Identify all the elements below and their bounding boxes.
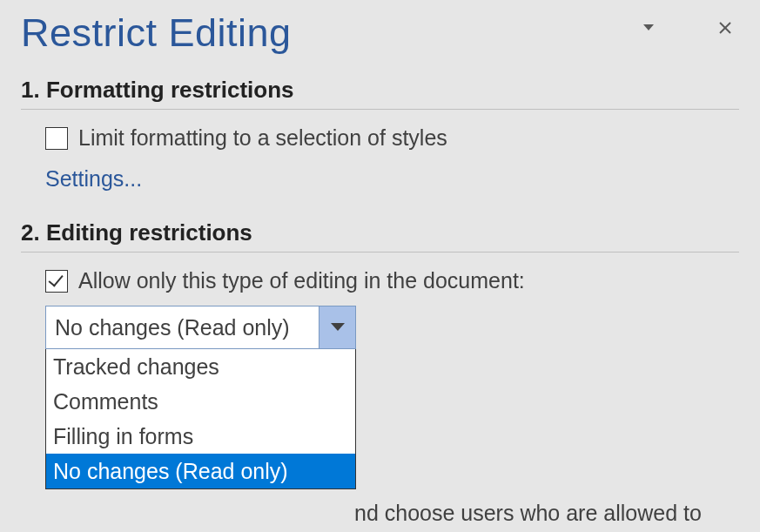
editing-type-dropdown: Tracked changes Comments Filling in form… xyxy=(45,349,356,489)
editing-type-combo[interactable]: No changes (Read only) Tracked changes C… xyxy=(45,306,356,489)
close-icon[interactable] xyxy=(715,17,736,38)
section-editing-heading: 2. Editing restrictions xyxy=(21,219,739,253)
exceptions-hint-fragment: nd choose users who are allowed to xyxy=(354,501,702,526)
limit-formatting-label: Limit formatting to a selection of style… xyxy=(78,125,447,151)
svg-marker-3 xyxy=(331,323,345,331)
section-formatting-heading: 1. Formatting restrictions xyxy=(21,77,739,110)
option-filling-forms[interactable]: Filling in forms xyxy=(46,419,355,454)
limit-formatting-checkbox[interactable] xyxy=(45,127,68,150)
option-tracked-changes[interactable]: Tracked changes xyxy=(46,349,355,384)
pane-title: Restrict Editing xyxy=(21,10,292,56)
pane-options-button[interactable] xyxy=(638,17,659,38)
allow-only-editing-checkbox[interactable] xyxy=(45,270,68,293)
settings-link[interactable]: Settings... xyxy=(45,166,739,192)
option-no-changes[interactable]: No changes (Read only) xyxy=(46,454,355,488)
option-comments[interactable]: Comments xyxy=(46,384,355,419)
allow-only-editing-label: Allow only this type of editing in the d… xyxy=(78,268,525,293)
editing-type-value: No changes (Read only) xyxy=(46,306,319,348)
svg-marker-0 xyxy=(643,24,654,30)
chevron-down-icon[interactable] xyxy=(319,306,355,348)
